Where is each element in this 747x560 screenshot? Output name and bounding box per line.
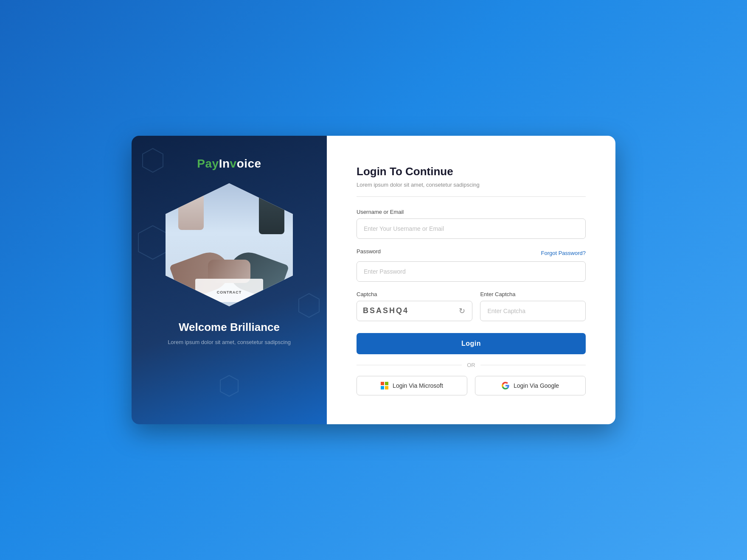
captcha-input[interactable] [480, 301, 586, 321]
or-line-right [480, 365, 586, 365]
microsoft-button-label: Login Via Microsoft [393, 382, 443, 389]
hex-decoration-bottom [219, 375, 239, 399]
captcha-display-col: Captcha BSASHQ4 ↻ [357, 291, 472, 321]
microsoft-icon [381, 382, 388, 389]
hex-decoration-mid-left [138, 225, 168, 262]
login-button[interactable]: Login [357, 333, 586, 354]
or-line-left [357, 365, 462, 365]
password-label: Password [357, 248, 381, 255]
handshake-scene: CONTRACT [166, 183, 293, 306]
svg-marker-3 [220, 375, 238, 396]
or-divider: OR [357, 362, 586, 368]
logo-invoice: Invoice [219, 157, 261, 170]
right-panel: Login To Continue Lorem ipsum dolor sit … [327, 136, 615, 424]
captcha-refresh-button[interactable]: ↻ [458, 305, 466, 316]
username-input[interactable] [357, 218, 586, 239]
captcha-box: BSASHQ4 ↻ [357, 301, 472, 321]
or-text: OR [467, 362, 475, 368]
login-title: Login To Continue [357, 165, 586, 178]
password-label-row: Password Forgot Password? [357, 248, 586, 258]
hex-decoration-mid-right [298, 293, 320, 320]
hero-image-wrap: CONTRACT [166, 183, 293, 306]
logo-pay: Pay [197, 157, 219, 170]
login-subtitle: Lorem ipsum dolor sit amet, consetetur s… [357, 182, 586, 188]
welcome-subtitle: Lorem ipsum dolor sit amet, consetetur s… [168, 338, 291, 347]
person-upper-right [259, 188, 284, 234]
google-icon [502, 382, 509, 389]
captcha-row: Captcha BSASHQ4 ↻ Enter Captcha [357, 291, 586, 321]
enter-captcha-label: Enter Captcha [480, 291, 586, 297]
contract-text: CONTRACT [217, 290, 242, 294]
captcha-value: BSASHQ4 [363, 306, 454, 315]
login-card: PayInvoice CONTRACT Welcome Brilliance L… [132, 136, 615, 424]
google-login-button[interactable]: Login Via Google [475, 376, 586, 395]
social-login-row: Login Via Microsoft Login Via Google [357, 376, 586, 395]
captcha-label: Captcha [357, 291, 472, 297]
username-label: Username or Email [357, 209, 586, 215]
person-head [182, 183, 198, 199]
forgot-password-link[interactable]: Forgot Password? [541, 250, 586, 256]
svg-marker-0 [143, 148, 163, 172]
svg-marker-2 [299, 294, 319, 317]
svg-marker-1 [138, 226, 167, 259]
microsoft-login-button[interactable]: Login Via Microsoft [357, 376, 467, 395]
welcome-title: Welcome Brilliance [179, 321, 280, 334]
left-panel: PayInvoice CONTRACT Welcome Brilliance L… [132, 136, 327, 424]
captcha-input-col: Enter Captcha [480, 291, 586, 321]
hero-image: CONTRACT [166, 183, 293, 306]
app-logo: PayInvoice [197, 157, 261, 171]
hex-decoration-top-left [142, 148, 164, 175]
password-input[interactable] [357, 261, 586, 282]
google-button-label: Login Via Google [514, 382, 559, 389]
title-divider [357, 196, 586, 197]
person-upper-left [178, 188, 204, 230]
